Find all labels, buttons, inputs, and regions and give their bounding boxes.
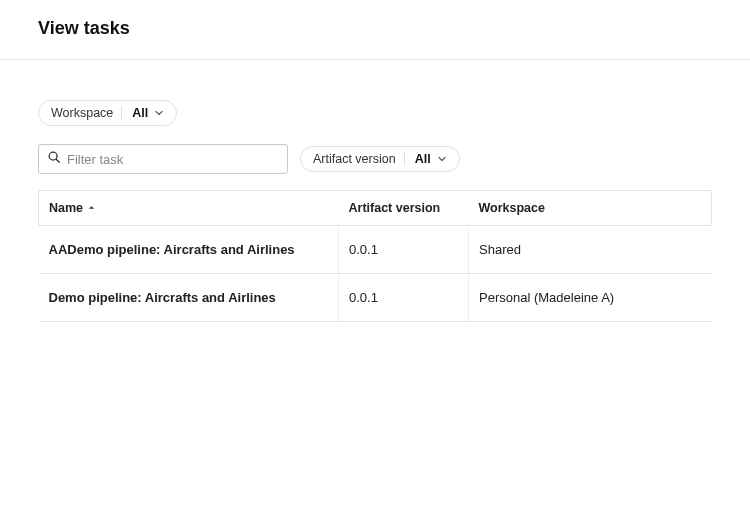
search-icon bbox=[47, 150, 61, 168]
main-content: Workspace All Artifact version All bbox=[0, 60, 750, 322]
workspace-filter[interactable]: Workspace All bbox=[38, 100, 177, 126]
column-header-artifact-version-label: Artifact version bbox=[349, 201, 441, 215]
table-row[interactable]: AADemo pipeline: Aircrafts and Airlines … bbox=[39, 226, 712, 274]
divider-vertical bbox=[404, 152, 405, 166]
table-header-row: Name Artifact version Workspace bbox=[39, 191, 712, 226]
column-header-workspace[interactable]: Workspace bbox=[469, 191, 712, 226]
chevron-down-icon bbox=[437, 154, 447, 164]
task-workspace-cell: Shared bbox=[469, 226, 712, 274]
search-input-wrapper[interactable] bbox=[38, 144, 288, 174]
search-input[interactable] bbox=[67, 152, 279, 167]
tasks-table: Name Artifact version Workspace AADemo p… bbox=[38, 190, 712, 322]
column-header-name[interactable]: Name bbox=[39, 191, 339, 226]
task-workspace-cell: Personal (Madeleine A) bbox=[469, 274, 712, 322]
workspace-filter-label: Workspace bbox=[51, 106, 113, 120]
artifact-version-filter-label: Artifact version bbox=[313, 152, 396, 166]
task-version-cell: 0.0.1 bbox=[339, 226, 469, 274]
column-header-workspace-label: Workspace bbox=[479, 201, 545, 215]
workspace-filter-value: All bbox=[132, 106, 148, 120]
header-bar: View tasks bbox=[0, 0, 750, 60]
artifact-version-filter[interactable]: Artifact version All bbox=[300, 146, 460, 172]
divider-vertical bbox=[121, 106, 122, 120]
task-name-cell: Demo pipeline: Aircrafts and Airlines bbox=[39, 274, 339, 322]
artifact-version-filter-value: All bbox=[415, 152, 431, 166]
table-row[interactable]: Demo pipeline: Aircrafts and Airlines 0.… bbox=[39, 274, 712, 322]
page-title: View tasks bbox=[38, 18, 712, 39]
chevron-down-icon bbox=[154, 108, 164, 118]
sort-ascending-icon bbox=[87, 201, 96, 215]
task-name-cell: AADemo pipeline: Aircrafts and Airlines bbox=[39, 226, 339, 274]
column-header-name-label: Name bbox=[49, 201, 83, 215]
filter-row-workspace: Workspace All bbox=[38, 100, 712, 126]
column-header-artifact-version[interactable]: Artifact version bbox=[339, 191, 469, 226]
filter-row-search: Artifact version All bbox=[38, 144, 712, 174]
task-version-cell: 0.0.1 bbox=[339, 274, 469, 322]
svg-line-1 bbox=[56, 159, 59, 162]
